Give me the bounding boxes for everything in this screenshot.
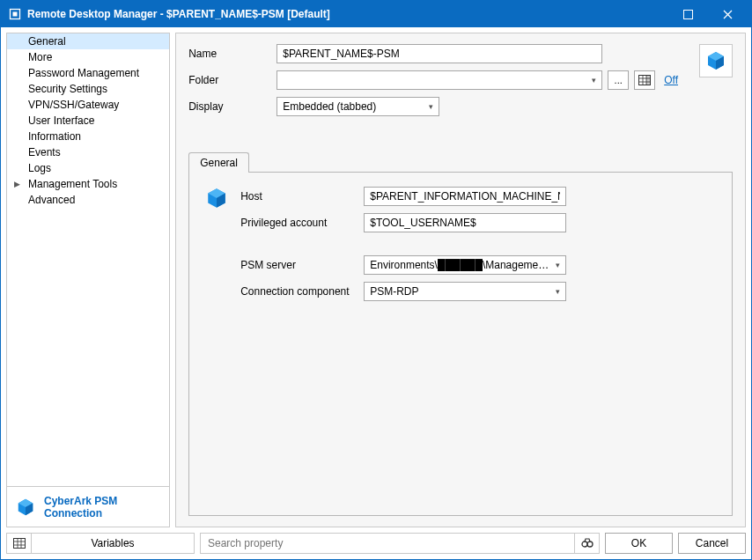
host-input[interactable]	[364, 187, 566, 206]
svg-rect-2	[684, 10, 693, 18]
left-panel: General More Password Management Securit…	[6, 33, 170, 527]
display-label: Display	[188, 100, 276, 113]
nav-item-management-tools[interactable]: ▶Management Tools	[7, 176, 169, 192]
folder-label: Folder	[188, 74, 276, 86]
nav-tree: General More Password Management Securit…	[6, 33, 170, 487]
chevron-down-icon: ▾	[556, 287, 560, 296]
folder-off-link[interactable]: Off	[660, 74, 682, 86]
connection-type-label: CyberArk PSM Connection	[44, 495, 160, 519]
ok-button[interactable]: OK	[605, 533, 673, 554]
entry-icon-button[interactable]	[699, 44, 733, 77]
variables-button[interactable]: Variables	[32, 537, 194, 549]
bottom-bar: Variables OK Cancel	[1, 533, 751, 559]
tab-body: Host Privileged account PSM server Envir…	[188, 172, 733, 516]
window-title: Remote Desktop Manager - $PARENT_NAME$-P…	[27, 8, 330, 20]
nav-item-security-settings[interactable]: Security Settings	[7, 81, 169, 97]
nav-item-password-management[interactable]: Password Management	[7, 65, 169, 81]
svg-point-7	[587, 542, 593, 547]
connection-component-label: Connection component	[240, 285, 364, 298]
folder-grid-icon	[638, 75, 651, 85]
tabs-zone: General Host Privileged account	[188, 151, 733, 516]
search-input[interactable]	[201, 534, 574, 553]
chevron-down-icon: ▾	[556, 261, 560, 269]
folder-combo[interactable]: ▾	[276, 70, 602, 90]
search-button[interactable]	[574, 534, 599, 553]
window: Remote Desktop Manager - $PARENT_NAME$-P…	[0, 0, 752, 560]
folder-browse-button[interactable]: ...	[608, 70, 629, 90]
binoculars-icon	[581, 538, 593, 549]
cyberark-icon	[705, 50, 726, 71]
display-combo[interactable]: Embedded (tabbed) ▾	[276, 97, 439, 116]
svg-rect-4	[646, 76, 651, 85]
variables-grid-button[interactable]	[7, 534, 32, 553]
nav-item-advanced[interactable]: Advanced	[7, 192, 169, 208]
search-wrap	[200, 533, 600, 554]
folder-view-button[interactable]	[634, 70, 655, 90]
chevron-down-icon: ▾	[592, 76, 596, 85]
tabstrip: General	[188, 151, 733, 172]
name-input[interactable]	[276, 44, 602, 63]
titlebar: Remote Desktop Manager - $PARENT_NAME$-P…	[1, 1, 751, 27]
content-area: General More Password Management Securit…	[1, 27, 751, 533]
tab-general[interactable]: General	[188, 152, 249, 173]
chevron-right-icon: ▶	[14, 180, 20, 188]
nav-item-general[interactable]: General	[7, 33, 169, 49]
cancel-button[interactable]: Cancel	[678, 533, 746, 554]
close-button[interactable]	[708, 1, 748, 27]
maximize-button[interactable]	[668, 1, 708, 27]
form-top: Name Folder ▾ ... Off Dis	[188, 44, 733, 116]
app-icon	[8, 7, 22, 21]
left-footer: CyberArk PSM Connection	[6, 487, 170, 527]
nav-item-information[interactable]: Information	[7, 129, 169, 144]
cyberark-icon	[205, 187, 228, 210]
variables-bar: Variables	[6, 533, 195, 554]
right-panel: Name Folder ▾ ... Off Dis	[175, 33, 746, 527]
svg-rect-5	[13, 539, 25, 549]
nav-item-more[interactable]: More	[7, 49, 169, 65]
chevron-down-icon: ▾	[429, 102, 433, 111]
connection-component-combo[interactable]: PSM-RDP ▾	[364, 282, 566, 301]
host-label: Host	[240, 190, 364, 203]
privileged-account-label: Privileged account	[240, 217, 364, 229]
nav-item-events[interactable]: Events	[7, 144, 169, 160]
svg-rect-1	[13, 12, 18, 17]
nav-item-vpn-ssh-gateway[interactable]: VPN/SSH/Gateway	[7, 97, 169, 113]
cyberark-icon	[16, 497, 35, 517]
grid-icon	[13, 538, 26, 549]
name-label: Name	[188, 48, 276, 60]
nav-item-user-interface[interactable]: User Interface	[7, 113, 169, 129]
psm-server-combo[interactable]: Environments\██████\Management\... ▾	[364, 255, 566, 275]
svg-point-6	[582, 542, 587, 547]
psm-server-label: PSM server	[240, 259, 364, 271]
nav-item-logs[interactable]: Logs	[7, 160, 169, 176]
privileged-account-input[interactable]	[364, 213, 566, 232]
